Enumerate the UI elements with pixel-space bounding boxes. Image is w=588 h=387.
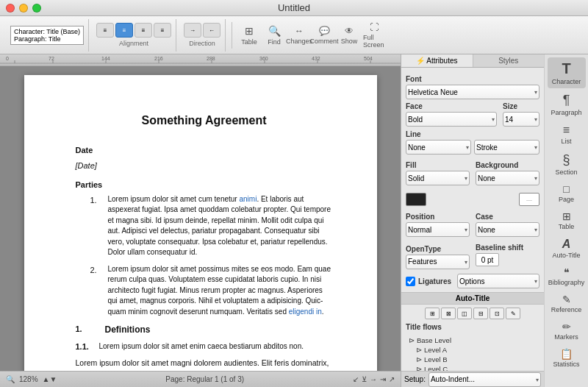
- auto-title-section: Auto-Title: [401, 292, 544, 305]
- line-row: None Stroke: [406, 140, 539, 155]
- maximize-button[interactable]: [32, 4, 41, 13]
- direction-rtl-icon[interactable]: ←: [203, 23, 220, 38]
- zoom-stepper[interactable]: ▲▼: [43, 375, 57, 383]
- sidebar-list[interactable]: ≡ List: [548, 121, 586, 148]
- changes-label: Changes: [286, 38, 312, 45]
- setup-bar: Setup: Auto-Indent...: [401, 371, 544, 387]
- item-number: 1.: [90, 194, 102, 258]
- item-text: Lorem ipsum dolor sit amet possimus mite…: [108, 264, 333, 318]
- find-button[interactable]: 🔍 Find: [263, 24, 285, 46]
- table-label: Table: [241, 38, 257, 46]
- baseline-label: Baseline shift: [476, 244, 539, 252]
- autotitle-icon: A: [562, 238, 571, 251]
- fill-color-swatch[interactable]: [406, 193, 426, 206]
- show-label: Show: [341, 38, 358, 45]
- direction-label: Direction: [189, 40, 215, 47]
- setup-select[interactable]: Auto-Indent...: [429, 372, 541, 387]
- opentype-select[interactable]: Features: [406, 255, 470, 269]
- opentype-select-wrapper: Features: [406, 255, 470, 269]
- auto-title-btn-3[interactable]: ◫: [457, 308, 472, 319]
- ligatures-checkbox[interactable]: [406, 277, 415, 286]
- table-button[interactable]: ⊞ Table: [238, 24, 260, 46]
- changes-icon: ↔: [295, 26, 304, 36]
- markers-label: Markers: [554, 333, 578, 341]
- setup-select-wrapper: Auto-Indent...: [429, 372, 541, 387]
- toolbar: Character: Title (Base) Paragraph: Title…: [0, 16, 588, 54]
- font-select[interactable]: Helvetica Neue: [406, 85, 539, 99]
- tab-attributes[interactable]: ⚡ Attributes: [401, 54, 473, 67]
- status-icon-1: ↙: [353, 375, 359, 383]
- fill-select[interactable]: Solid: [406, 171, 470, 185]
- auto-title-btn-4[interactable]: ⊟: [473, 308, 488, 319]
- auto-title-btn-1[interactable]: ⊞: [425, 308, 440, 319]
- zoom-level: 128%: [19, 375, 38, 383]
- alignment-icons: ≡ ≡ ≡ ≡: [96, 23, 171, 38]
- flow-level-b[interactable]: ⊳ Level B: [416, 355, 537, 364]
- flow-level-a[interactable]: ⊳ Level A: [416, 345, 537, 355]
- flow-base-level[interactable]: ⊳ Base Level: [409, 335, 537, 345]
- ligatures-options-select[interactable]: Options: [457, 274, 539, 288]
- align-right-icon[interactable]: ≡: [135, 23, 152, 38]
- show-button[interactable]: 👁 Show: [338, 24, 360, 46]
- line-label: Line: [406, 130, 539, 138]
- bg-label: Background: [476, 161, 539, 169]
- sidebar-autotitle[interactable]: A Auto-Title: [548, 235, 586, 262]
- stroke-wrapper: Stroke: [474, 140, 539, 155]
- baseline-input-row: [476, 253, 539, 266]
- direction-ltr-icon[interactable]: →: [184, 23, 201, 38]
- sidebar-section[interactable]: § Section: [548, 149, 586, 179]
- size-select[interactable]: 14: [503, 112, 539, 127]
- sidebar-page[interactable]: □ Page: [548, 180, 586, 206]
- baseline-input[interactable]: [476, 253, 499, 266]
- table-icon-side: ⊞: [562, 210, 571, 222]
- case-select[interactable]: None: [476, 222, 539, 237]
- baseline-col: Baseline shift: [476, 241, 539, 270]
- sidebar-paragraph[interactable]: ¶ Paragraph: [548, 90, 586, 119]
- tab-styles[interactable]: Styles: [473, 54, 545, 67]
- auto-title-btn-5[interactable]: ⊡: [490, 308, 504, 319]
- face-size-row: Face Bold Size 14: [406, 99, 539, 127]
- changes-button[interactable]: ↔ Changes: [288, 24, 310, 46]
- sidebar-table[interactable]: ⊞ Table: [548, 207, 586, 233]
- alignment-label: Alignment: [119, 40, 148, 47]
- align-justify-icon[interactable]: ≡: [154, 23, 171, 38]
- sidebar-icons: T Character ¶ Paragraph ≡ List § Section…: [544, 54, 588, 387]
- align-left-icon[interactable]: ≡: [96, 23, 114, 38]
- sidebar-reference[interactable]: ✎ Reference: [548, 291, 586, 316]
- auto-title-btn-2[interactable]: ⊠: [441, 308, 456, 319]
- face-select[interactable]: Bold: [406, 112, 497, 127]
- position-label: Position: [406, 213, 470, 221]
- style-box[interactable]: Character: Title (Base) Paragraph: Title: [10, 26, 84, 45]
- document-page: Something Agreement Date [Date] Parties …: [24, 75, 377, 371]
- doc-content[interactable]: Something Agreement Date [Date] Parties …: [0, 66, 401, 371]
- position-select[interactable]: Normal: [406, 222, 470, 237]
- size-label: Size: [503, 102, 539, 110]
- show-icon: 👁: [345, 26, 354, 36]
- size-select-wrapper: 14: [503, 112, 539, 127]
- sidebar-bibliography[interactable]: ❝ Bibliography: [548, 263, 586, 289]
- statistics-label: Statistics: [553, 361, 579, 368]
- minimize-button[interactable]: [19, 4, 28, 13]
- flow-label: Level C: [424, 365, 448, 371]
- fullscreen-label: Full Screen: [363, 34, 385, 49]
- ruler: 0 72 144 216 288 360 432 504: [0, 54, 401, 66]
- align-center-icon[interactable]: ≡: [115, 23, 133, 38]
- direction-group: → ← Direction: [179, 19, 226, 52]
- stroke-select[interactable]: Stroke: [474, 140, 539, 155]
- sidebar-character[interactable]: T Character: [548, 57, 586, 88]
- sidebar-markers[interactable]: ✏ Markers: [548, 318, 586, 344]
- markers-icon: ✏: [562, 321, 571, 333]
- style-line1: Character: Title (Base): [14, 28, 80, 35]
- close-button[interactable]: [6, 4, 15, 13]
- svg-text:216: 216: [154, 56, 163, 61]
- status-right: ↙ ⊻ → ⇥ ↗: [353, 375, 395, 383]
- line-none-select[interactable]: None: [406, 140, 471, 155]
- fullscreen-button[interactable]: ⛶ Full Screen: [363, 24, 385, 46]
- flow-icon: ⊳: [416, 365, 422, 371]
- bg-color-swatch[interactable]: —: [519, 193, 539, 206]
- comment-button[interactable]: 💬 Comment: [313, 24, 335, 46]
- auto-title-btn-6[interactable]: ✎: [506, 308, 520, 319]
- bg-select[interactable]: None: [476, 171, 539, 185]
- flow-level-c[interactable]: ⊳ Level C: [416, 364, 537, 371]
- sidebar-statistics[interactable]: 📋 Statistics: [548, 345, 586, 371]
